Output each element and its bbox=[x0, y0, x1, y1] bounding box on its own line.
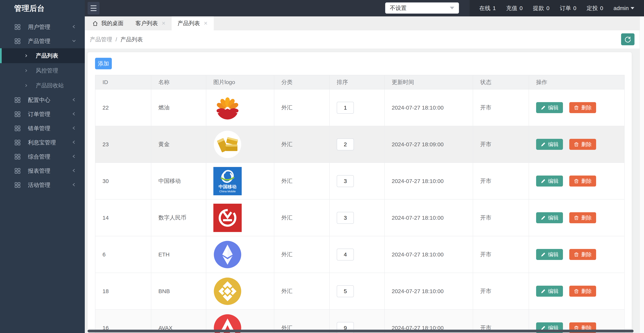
svg-text:China Mobile: China Mobile bbox=[219, 190, 236, 193]
horizontal-scrollbar-thumb[interactable] bbox=[88, 330, 634, 332]
delete-button[interactable]: 删除 bbox=[569, 249, 596, 260]
sidebar-item[interactable]: 产品管理 bbox=[0, 34, 85, 48]
grid-icon bbox=[14, 125, 21, 132]
cell-actions: 编辑 删除 bbox=[529, 163, 624, 200]
delete-button[interactable]: 删除 bbox=[569, 176, 596, 186]
sort-input[interactable] bbox=[337, 285, 354, 297]
breadcrumb-item[interactable]: 产品管理 bbox=[90, 36, 112, 44]
stat-item[interactable]: 在线1 bbox=[479, 4, 496, 12]
cell-category: 外汇 bbox=[274, 200, 330, 236]
trash-icon bbox=[574, 105, 579, 110]
delete-button[interactable]: 删除 bbox=[569, 139, 596, 150]
sidebar-item[interactable]: 活动管理 bbox=[0, 178, 85, 192]
cell-name: 黄金 bbox=[151, 126, 206, 163]
sidebar-item-label: 订单管理 bbox=[28, 110, 72, 118]
cell-status: 开市 bbox=[473, 89, 529, 126]
edit-button[interactable]: 编辑 bbox=[536, 212, 563, 223]
tab-3[interactable]: 产品列表✕ bbox=[172, 16, 214, 30]
delete-button[interactable]: 删除 bbox=[569, 102, 596, 113]
stat-label: 提款 bbox=[533, 4, 544, 12]
sidebar-item[interactable]: 订单管理 bbox=[0, 107, 85, 121]
sidebar-item[interactable]: 利息宝管理 bbox=[0, 136, 85, 150]
sidebar-item[interactable]: 综合管理 bbox=[0, 150, 85, 164]
cell-actions: 编辑 删除 bbox=[529, 236, 624, 273]
chevron-left-icon bbox=[72, 97, 76, 103]
pencil-icon bbox=[540, 142, 546, 147]
cell-updated: 2024-07-27 18:10:00 bbox=[384, 89, 473, 126]
close-icon[interactable]: ✕ bbox=[162, 20, 166, 26]
sort-input[interactable] bbox=[337, 248, 354, 260]
sidebar-item[interactable]: 配置中心 bbox=[0, 93, 85, 107]
cell-actions: 编辑 删除 bbox=[529, 273, 624, 310]
table-header-row: ID名称图片logo分类排序更新时间状态操作 bbox=[95, 75, 624, 89]
grid-icon bbox=[14, 111, 21, 118]
table-row: 14 数字人民币 外汇 2024-07-27 18:10:00 开市 编辑 bbox=[95, 200, 624, 236]
sidebar-subitem[interactable]: 风控管理 bbox=[0, 63, 85, 78]
cell-updated: 2024-07-27 18:10:00 bbox=[384, 163, 473, 200]
sidebar-subitem-active[interactable]: 产品列表 bbox=[0, 48, 85, 63]
edit-button-label: 编辑 bbox=[548, 251, 558, 258]
sidebar-subitem-label: 产品回收站 bbox=[36, 82, 64, 90]
edit-button[interactable]: 编辑 bbox=[536, 249, 563, 260]
sidebar-item-label: 配置中心 bbox=[28, 96, 72, 104]
sidebar-subitem-label: 产品列表 bbox=[36, 52, 58, 60]
sort-input[interactable] bbox=[337, 212, 354, 224]
chevron-left-icon bbox=[72, 182, 76, 188]
cell-logo bbox=[206, 126, 274, 163]
topbar: 管理后台 不设置 在线1充值0提款0订单0定投0admin bbox=[0, 0, 644, 16]
breadcrumb-separator: / bbox=[116, 36, 117, 43]
chevron-left-icon bbox=[72, 111, 76, 118]
edit-button[interactable]: 编辑 bbox=[536, 286, 563, 297]
table-row: 22 燃油 外汇 2024-07-27 18:10:00 开市 编辑 删除 bbox=[95, 89, 624, 126]
sidebar-toggle-button[interactable] bbox=[88, 2, 100, 14]
sidebar-item[interactable]: 报表管理 bbox=[0, 164, 85, 178]
cell-actions: 编辑 删除 bbox=[529, 200, 624, 236]
cell-status: 开市 bbox=[473, 273, 529, 310]
user-menu[interactable]: admin bbox=[614, 5, 634, 11]
tabbar: 我的桌面客户列表✕产品列表✕ bbox=[85, 16, 640, 30]
stat-item[interactable]: 充值0 bbox=[506, 4, 523, 12]
sidebar-subitem[interactable]: 产品回收站 bbox=[0, 78, 85, 93]
trash-icon bbox=[574, 178, 579, 184]
add-button[interactable]: 添加 bbox=[95, 58, 112, 69]
tab-1[interactable]: 我的桌面 bbox=[86, 16, 130, 30]
close-icon[interactable]: ✕ bbox=[204, 20, 208, 26]
refresh-button[interactable] bbox=[621, 33, 634, 45]
column-header: 名称 bbox=[151, 75, 206, 89]
stat-value: 0 bbox=[600, 5, 603, 11]
cell-name: BNB bbox=[151, 273, 206, 310]
edit-button[interactable]: 编辑 bbox=[536, 102, 563, 113]
sidebar-item[interactable]: 错单管理 bbox=[0, 121, 85, 136]
stat-item[interactable]: 订单0 bbox=[560, 4, 576, 12]
chevron-down-icon bbox=[72, 38, 76, 44]
trash-icon bbox=[574, 252, 579, 257]
sidebar-item-label: 报表管理 bbox=[28, 167, 72, 175]
vertical-scrollbar-track[interactable] bbox=[640, 16, 644, 333]
filter-select[interactable]: 不设置 bbox=[385, 2, 459, 14]
sort-input[interactable] bbox=[337, 175, 354, 187]
pencil-icon bbox=[540, 289, 546, 294]
delete-button-label: 删除 bbox=[581, 178, 592, 185]
stat-label: 订单 bbox=[560, 4, 571, 12]
chevron-left-icon bbox=[72, 154, 76, 160]
edit-button[interactable]: 编辑 bbox=[536, 176, 563, 186]
stat-item[interactable]: 提款0 bbox=[533, 4, 550, 12]
grid-icon bbox=[14, 139, 21, 146]
stat-value: 0 bbox=[520, 5, 523, 11]
pencil-icon bbox=[540, 215, 546, 220]
sort-input[interactable] bbox=[337, 102, 354, 114]
column-header: 操作 bbox=[529, 75, 624, 89]
column-header: 分类 bbox=[274, 75, 330, 89]
cell-sort bbox=[330, 89, 384, 126]
sort-input[interactable] bbox=[337, 138, 354, 150]
table-row: 18 BNB 外汇 2024-07-27 18:10:00 开市 编辑 删 bbox=[95, 273, 624, 310]
stat-label: 在线 bbox=[479, 4, 490, 12]
tab-2[interactable]: 客户列表✕ bbox=[130, 16, 172, 30]
stat-item[interactable]: 定投0 bbox=[586, 4, 603, 12]
edit-button[interactable]: 编辑 bbox=[536, 139, 563, 150]
sidebar-item[interactable]: 用户管理 bbox=[0, 20, 85, 34]
delete-button[interactable]: 删除 bbox=[569, 286, 596, 297]
delete-button[interactable]: 删除 bbox=[569, 212, 596, 223]
cell-sort bbox=[330, 126, 384, 163]
refresh-icon bbox=[624, 36, 631, 43]
